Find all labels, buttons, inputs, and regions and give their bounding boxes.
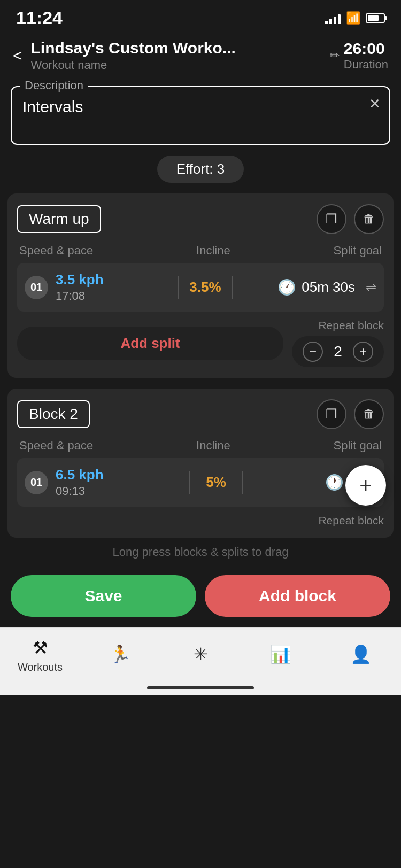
block-2-columns: Speed & pace Incline Split goal bbox=[17, 439, 384, 453]
home-indicator bbox=[0, 679, 401, 695]
profile-icon: 👤 bbox=[350, 644, 372, 664]
table-row[interactable]: 01 6.5 kph 09:13 5% 🕐 15m bbox=[17, 458, 384, 507]
battery-icon bbox=[366, 13, 385, 23]
status-icons: 📶 bbox=[325, 11, 385, 25]
delete-icon-2: 🗑 bbox=[363, 407, 375, 421]
tab-workouts-label: Workouts bbox=[18, 661, 63, 673]
repeat-count-1: 2 bbox=[331, 343, 344, 360]
floating-add-button[interactable]: + bbox=[345, 465, 386, 506]
repeat-block-1: Repeat block − 2 + bbox=[292, 319, 384, 367]
page-header: < Lindsay's Custom Worko... Workout name… bbox=[0, 34, 401, 81]
header-title-group: Lindsay's Custom Worko... Workout name bbox=[31, 39, 330, 72]
split-speed-group-b2: 6.5 kph 09:13 bbox=[56, 467, 181, 498]
col-split-goal-1: Split goal bbox=[333, 244, 382, 258]
col-incline-1: Incline bbox=[196, 244, 230, 258]
split-speed-value: 3.5 kph bbox=[56, 272, 171, 288]
split-divider bbox=[178, 276, 179, 299]
home-bar bbox=[147, 686, 254, 689]
block-2-wrapper: Block 2 ❐ 🗑 Speed & pace Incline Split g… bbox=[0, 389, 401, 538]
split-pace-value: 17:08 bbox=[56, 289, 171, 303]
workouts-icon: ⚒ bbox=[33, 638, 48, 658]
block-1-actions: ❐ 🗑 bbox=[317, 204, 384, 234]
block-2-name-button[interactable]: Block 2 bbox=[17, 400, 90, 428]
description-box[interactable]: Description Intervals ✕ bbox=[11, 86, 390, 145]
tab-profile[interactable]: 👤 bbox=[321, 644, 401, 668]
duration-label: Duration bbox=[344, 58, 388, 72]
tab-star[interactable]: ✳ bbox=[160, 644, 241, 668]
hint-text: Long press blocks & splits to drag bbox=[0, 540, 401, 568]
delete-icon: 🗑 bbox=[363, 212, 375, 226]
split-speed-group: 3.5 kph 17:08 bbox=[56, 272, 171, 303]
edit-icon[interactable]: ✏ bbox=[330, 49, 340, 63]
split-incline-value-b2: 5% bbox=[197, 474, 235, 491]
tab-stats[interactable]: 📊 bbox=[241, 644, 321, 668]
repeat-label-b2-container: Repeat block bbox=[17, 514, 384, 527]
effort-badge-container: Effort: 3 bbox=[0, 156, 401, 183]
split-pace-value-b2: 09:13 bbox=[56, 484, 181, 498]
split-divider-2-b2 bbox=[242, 471, 243, 494]
col-speed-pace-1: Speed & pace bbox=[19, 244, 93, 258]
effort-badge[interactable]: Effort: 3 bbox=[157, 156, 244, 183]
workout-name-label: Workout name bbox=[31, 58, 330, 72]
save-button[interactable]: Save bbox=[11, 575, 196, 617]
block-1-delete-button[interactable]: 🗑 bbox=[354, 204, 384, 234]
description-label: Description bbox=[20, 79, 88, 92]
add-block-button[interactable]: Add block bbox=[205, 575, 390, 617]
col-split-goal-2: Split goal bbox=[333, 439, 382, 453]
run-icon: 🏃 bbox=[110, 644, 131, 664]
split-incline-value: 3.5% bbox=[187, 279, 224, 296]
repeat-label-b2: Repeat block bbox=[318, 514, 384, 526]
split-number: 01 bbox=[25, 276, 48, 299]
description-section: Description Intervals ✕ bbox=[11, 86, 390, 145]
col-speed-pace-2: Speed & pace bbox=[19, 439, 93, 453]
block-1-bottom: Add split Repeat block − 2 + bbox=[17, 319, 384, 367]
description-clear-button[interactable]: ✕ bbox=[369, 96, 381, 112]
star-icon: ✳ bbox=[194, 644, 208, 664]
block-2: Block 2 ❐ 🗑 Speed & pace Incline Split g… bbox=[7, 389, 394, 538]
split-goal-value: 05m 30s bbox=[302, 279, 355, 296]
tab-run[interactable]: 🏃 bbox=[80, 644, 160, 668]
block-2-copy-button[interactable]: ❐ bbox=[317, 399, 346, 429]
status-time: 11:24 bbox=[16, 7, 63, 28]
split-menu-icon[interactable]: ⇌ bbox=[366, 280, 376, 295]
block-1-header: Warm up ❐ 🗑 bbox=[17, 204, 384, 234]
block-1-copy-button[interactable]: ❐ bbox=[317, 204, 346, 234]
block-1-columns: Speed & pace Incline Split goal bbox=[17, 244, 384, 258]
stats-icon: 📊 bbox=[270, 644, 291, 664]
clock-icon-b2: 🕐 bbox=[325, 474, 344, 491]
duration-group: ✏ 26:00 Duration bbox=[330, 40, 388, 72]
col-incline-2: Incline bbox=[196, 439, 230, 453]
split-divider-b2 bbox=[189, 471, 190, 494]
block-2-header: Block 2 ❐ 🗑 bbox=[17, 399, 384, 429]
table-row[interactable]: 01 3.5 kph 17:08 3.5% 🕐 05m 30s ⇌ bbox=[17, 263, 384, 312]
repeat-controls-1: − 2 + bbox=[292, 336, 384, 367]
block-1-name-button[interactable]: Warm up bbox=[17, 205, 101, 233]
block-2-delete-button[interactable]: 🗑 bbox=[354, 399, 384, 429]
copy-icon: ❐ bbox=[326, 212, 337, 227]
repeat-increase-button-1[interactable]: + bbox=[353, 342, 373, 362]
repeat-decrease-button-1[interactable]: − bbox=[303, 342, 323, 362]
tab-workouts[interactable]: ⚒ Workouts bbox=[0, 638, 80, 673]
split-goal-group: 🕐 05m 30s bbox=[240, 278, 355, 296]
add-split-button[interactable]: Add split bbox=[17, 327, 283, 360]
description-input[interactable]: Intervals bbox=[22, 98, 379, 116]
signal-icon bbox=[325, 12, 341, 24]
block-1: Warm up ❐ 🗑 Speed & pace Incline Split g… bbox=[7, 193, 394, 378]
clock-icon: 🕐 bbox=[277, 278, 296, 296]
split-divider-2 bbox=[232, 276, 233, 299]
copy-icon-2: ❐ bbox=[326, 407, 337, 422]
split-number-b2: 01 bbox=[25, 471, 48, 494]
workout-name[interactable]: Lindsay's Custom Worko... bbox=[31, 39, 330, 57]
wifi-icon: 📶 bbox=[346, 11, 360, 25]
tab-bar: ⚒ Workouts 🏃 ✳ 📊 👤 bbox=[0, 627, 401, 679]
repeat-label-1: Repeat block bbox=[318, 319, 384, 332]
bottom-buttons: Save Add block bbox=[0, 568, 401, 627]
split-speed-value-b2: 6.5 kph bbox=[56, 467, 181, 483]
duration-value: 26:00 bbox=[344, 40, 388, 58]
status-bar: 11:24 📶 bbox=[0, 0, 401, 34]
block-2-actions: ❐ 🗑 bbox=[317, 399, 384, 429]
back-button[interactable]: < bbox=[13, 46, 22, 65]
